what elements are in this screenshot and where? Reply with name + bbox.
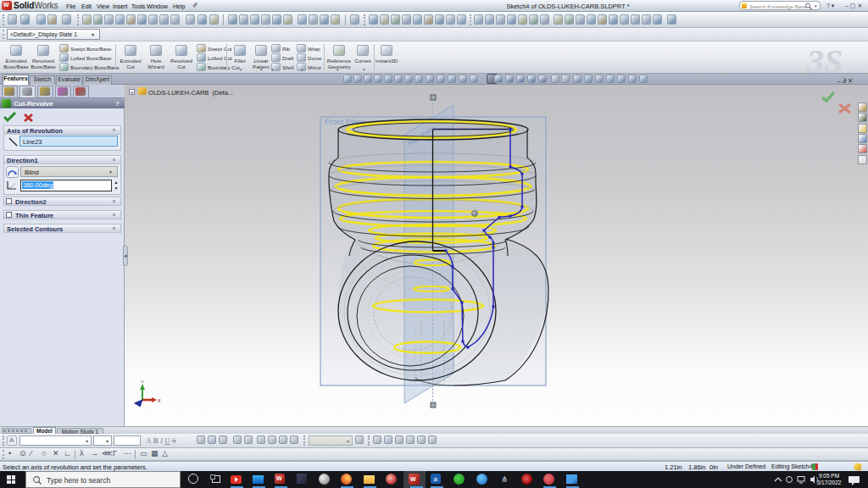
svg-text:x: x xyxy=(158,397,161,403)
